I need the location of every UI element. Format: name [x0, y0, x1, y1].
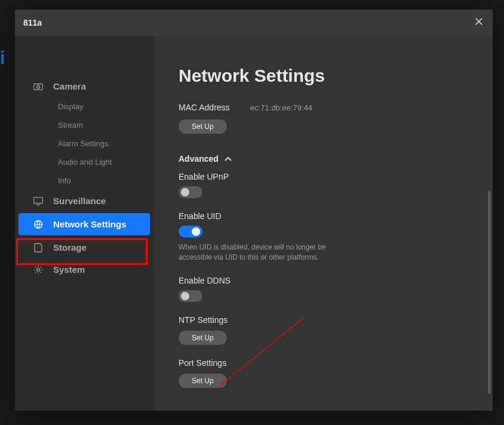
ntp-setup-button[interactable]: Set Up — [179, 331, 227, 345]
advanced-label: Advanced — [179, 154, 219, 164]
content-panel: Network Settings MAC Address ec:71:db:ee… — [153, 36, 493, 411]
monitor-icon — [33, 197, 44, 205]
settings-modal: 811a Camera Display Stream Alarm Setting… — [15, 10, 493, 411]
sidebar-item-alarm-settings[interactable]: Alarm Settings — [15, 134, 153, 153]
svg-rect-0 — [34, 84, 43, 90]
svg-point-1 — [37, 85, 40, 88]
bg-brand-fragment: i — [0, 48, 5, 68]
port-label: Port Settings — [179, 358, 468, 368]
svg-rect-2 — [34, 197, 43, 203]
uid-toggle[interactable] — [179, 226, 202, 238]
gear-icon — [33, 265, 44, 275]
window-title: 811a — [23, 18, 474, 27]
page-title: Network Settings — [179, 66, 468, 86]
sidebar-item-surveillance[interactable]: Surveillance — [15, 190, 153, 212]
content-scrollbar[interactable] — [488, 191, 491, 394]
sidebar-item-info[interactable]: Info — [15, 171, 153, 190]
sidebar-item-label: Camera — [53, 81, 86, 91]
uid-hint: When UID is disabled, device will no lon… — [179, 242, 334, 263]
close-icon[interactable] — [474, 16, 484, 29]
ddns-toggle[interactable] — [179, 290, 202, 302]
titlebar: 811a — [15, 10, 493, 36]
mac-setup-button[interactable]: Set Up — [179, 119, 227, 134]
port-setup-button[interactable]: Set Up — [179, 374, 227, 388]
sidebar-item-stream[interactable]: Stream — [15, 116, 153, 134]
mac-address-value: ec:71:db:ee:79:44 — [250, 103, 312, 112]
sidebar-item-camera[interactable]: Camera — [15, 75, 153, 97]
sidebar-item-network-settings[interactable]: Network Settings — [19, 213, 150, 235]
mac-address-label: MAC Address — [179, 103, 250, 112]
sidebar-item-storage[interactable]: Storage — [15, 236, 153, 258]
sidebar-item-label: Storage — [53, 242, 87, 252]
sidebar-item-label: Network Settings — [53, 219, 127, 229]
sidebar-item-label: System — [53, 264, 85, 275]
svg-point-4 — [37, 268, 40, 271]
sidebar-item-audio-and-light[interactable]: Audio and Light — [15, 153, 153, 171]
ntp-label: NTP Settings — [179, 315, 468, 325]
globe-icon — [33, 220, 44, 229]
sidebar-item-label: Surveillance — [53, 196, 106, 206]
chevron-up-icon — [225, 154, 232, 164]
advanced-section-toggle[interactable]: Advanced — [179, 154, 468, 164]
sidebar-item-display[interactable]: Display — [15, 97, 153, 116]
sd-card-icon — [33, 243, 44, 252]
sidebar: Camera Display Stream Alarm Settings Aud… — [15, 36, 153, 411]
uid-label: Enable UID — [179, 211, 468, 221]
sidebar-item-system[interactable]: System — [15, 258, 153, 281]
upnp-toggle[interactable] — [179, 186, 202, 198]
ddns-label: Enable DDNS — [179, 276, 468, 285]
upnp-label: Enable UPnP — [179, 172, 468, 181]
camera-icon — [33, 83, 44, 90]
